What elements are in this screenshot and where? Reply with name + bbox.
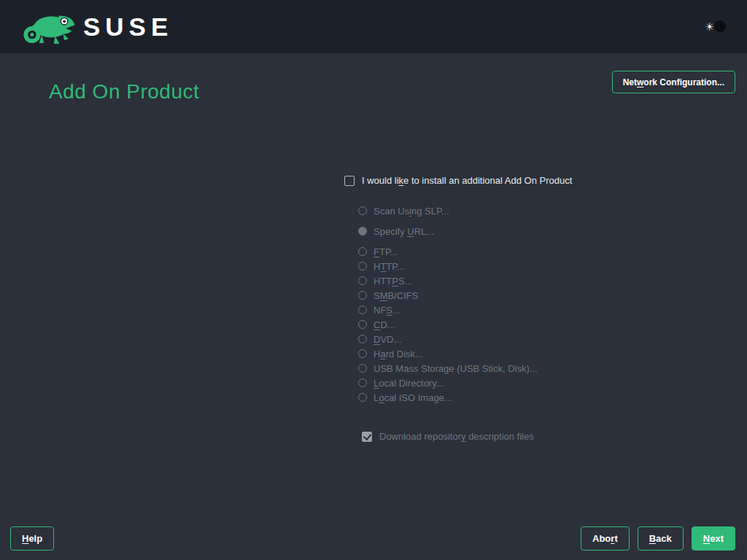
radio-icon xyxy=(358,306,367,314)
theme-toggle-button[interactable]: ☀ xyxy=(705,19,725,35)
radio-option-local-directory[interactable]: Local Directory... xyxy=(358,376,538,390)
checkbox-checked-icon xyxy=(362,432,372,442)
radio-icon xyxy=(358,378,367,387)
radio-icon xyxy=(358,320,367,329)
radio-label: Local ISO Image... xyxy=(374,392,452,403)
next-label: Next xyxy=(703,533,724,544)
moon-icon xyxy=(714,20,726,32)
radio-icon xyxy=(358,364,367,373)
page-title: Add On Product xyxy=(49,80,199,104)
addon-product-checkbox[interactable]: I would like to install an additional Ad… xyxy=(344,175,572,186)
radio-label: Scan Using SLP... xyxy=(374,206,449,217)
radio-label: FTP... xyxy=(374,246,398,257)
network-configuration-button[interactable]: Network Configuration... xyxy=(612,71,735,93)
source-type-radio-group: Scan Using SLP... Specify URL... FTP... … xyxy=(358,203,538,405)
abort-button[interactable]: Abort xyxy=(581,526,630,551)
radio-option-http[interactable]: HTTP... xyxy=(358,259,538,273)
radio-icon xyxy=(358,247,367,256)
radio-option-hard-disk[interactable]: Hard Disk... xyxy=(358,346,538,361)
radio-icon xyxy=(358,206,367,215)
back-label: Back xyxy=(649,533,672,544)
radio-label: Local Directory... xyxy=(374,378,444,389)
radio-label: Hard Disk... xyxy=(374,349,423,359)
suse-brand: SUSE xyxy=(22,9,173,45)
abort-label: Abort xyxy=(592,533,618,544)
help-label: Help xyxy=(22,533,42,544)
suse-chameleon-logo xyxy=(22,9,76,45)
radio-icon xyxy=(358,393,367,402)
radio-option-cd[interactable]: CD... xyxy=(358,317,538,332)
radio-option-usb-mass-storage[interactable]: USB Mass Storage (USB Stick, Disk)... xyxy=(358,361,538,376)
radio-label: USB Mass Storage (USB Stick, Disk)... xyxy=(374,363,538,374)
radio-option-specify-url[interactable]: Specify URL... xyxy=(358,224,538,238)
radio-option-dvd[interactable]: DVD... xyxy=(358,332,538,346)
download-descriptions-checkbox[interactable]: Download repository description files xyxy=(362,431,534,442)
next-button[interactable]: Next xyxy=(692,526,735,551)
radio-option-local-iso-image[interactable]: Local ISO Image... xyxy=(358,390,538,405)
radio-selected-icon xyxy=(358,227,367,236)
radio-option-smb-cifs[interactable]: SMB/CIFS xyxy=(358,288,538,303)
radio-icon xyxy=(358,276,367,285)
network-configuration-label: Network Configuration... xyxy=(623,77,724,88)
radio-label: HTTP... xyxy=(374,261,405,272)
radio-label: NFS... xyxy=(374,305,400,316)
back-button[interactable]: Back xyxy=(638,526,684,551)
top-bar: SUSE ☀ xyxy=(0,0,747,53)
radio-icon xyxy=(358,335,367,343)
help-button[interactable]: Help xyxy=(10,526,54,551)
radio-option-ftp[interactable]: FTP... xyxy=(358,244,538,259)
radio-option-nfs[interactable]: NFS... xyxy=(358,303,538,317)
wizard-nav-buttons: Abort Back Next xyxy=(581,526,735,551)
radio-label: HTTPS... xyxy=(374,276,412,287)
checkbox-unchecked-icon xyxy=(344,176,355,186)
sun-icon: ☀ xyxy=(705,20,714,34)
radio-option-scan-slp[interactable]: Scan Using SLP... xyxy=(358,203,538,218)
radio-option-https[interactable]: HTTPS... xyxy=(358,273,538,288)
radio-label: Specify URL... xyxy=(374,226,434,237)
download-descriptions-label: Download repository description files xyxy=(379,431,534,442)
radio-label: CD... xyxy=(374,319,395,330)
radio-label: SMB/CIFS xyxy=(374,290,418,301)
addon-product-checkbox-label: I would like to install an additional Ad… xyxy=(362,175,572,186)
radio-icon xyxy=(358,349,367,358)
suse-wordmark: SUSE xyxy=(83,14,173,39)
radio-icon xyxy=(358,262,367,271)
radio-label: DVD... xyxy=(374,334,401,345)
radio-icon xyxy=(358,291,367,300)
